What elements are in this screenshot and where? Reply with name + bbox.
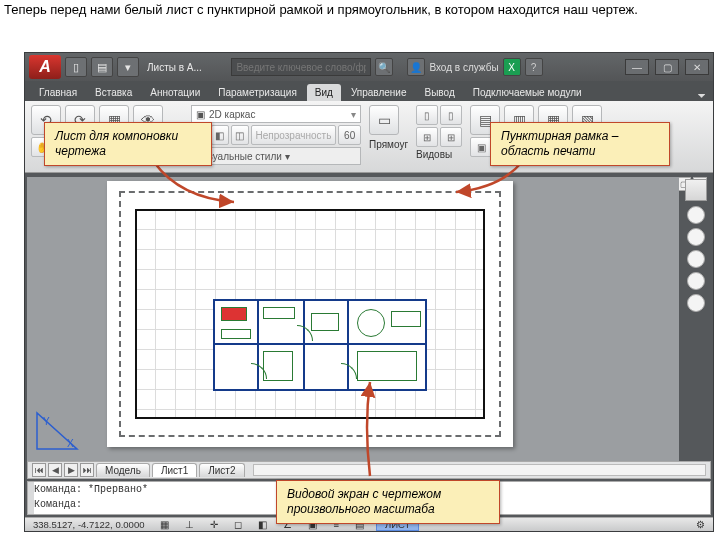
floor-plan: [213, 299, 427, 391]
vp-3-icon[interactable]: ⊞: [416, 127, 438, 147]
cube-icon: ▣: [196, 109, 205, 120]
tab-output[interactable]: Вывод: [417, 84, 463, 101]
opacity-value[interactable]: 60: [338, 125, 361, 145]
tab-last-icon[interactable]: ⏭: [80, 463, 94, 477]
vp-4-icon[interactable]: ⊞: [440, 127, 462, 147]
nav-zoom-icon[interactable]: [687, 250, 705, 268]
nav-wheel-icon[interactable]: [687, 206, 705, 224]
login-label[interactable]: Вход в службы: [429, 62, 498, 73]
chevron-down-icon: ▾: [351, 109, 356, 120]
window-title: Листы в А...: [147, 62, 219, 73]
help-icon[interactable]: ?: [525, 58, 543, 76]
snap-osnap-icon[interactable]: ◻: [230, 519, 246, 530]
qat-new-icon[interactable]: ▯: [65, 57, 87, 77]
app-logo[interactable]: A: [29, 55, 61, 79]
svg-text:Y: Y: [43, 416, 50, 427]
callout-frame: Пунктирная рамка – область печати: [490, 122, 670, 166]
visual-style-dropdown[interactable]: ▣ 2D каркас ▾: [191, 105, 361, 123]
snap-ortho-icon[interactable]: ⊥: [181, 519, 198, 530]
tab-view[interactable]: Вид: [307, 84, 341, 101]
h-scrollbar[interactable]: [253, 464, 707, 476]
close-button[interactable]: ✕: [685, 59, 709, 75]
snap-polar-icon[interactable]: ✛: [206, 519, 222, 530]
tab-parametric[interactable]: Параметризация: [210, 84, 305, 101]
navigation-bar: [683, 177, 709, 461]
tab-manage[interactable]: Управление: [343, 84, 415, 101]
view-cube[interactable]: [685, 179, 707, 201]
ribbon-tabs: Главная Вставка Аннотации Параметризация…: [25, 81, 713, 101]
nav-pan-icon[interactable]: [687, 228, 705, 246]
nav-orbit-icon[interactable]: [687, 272, 705, 290]
viewport-rect-label: Прямоуг: [369, 139, 408, 150]
callout-sheet: Лист для компоновки чертежа: [44, 122, 212, 166]
coord-readout: 338.5127, -4.7122, 0.0000: [29, 519, 148, 530]
nav-showmotion-icon[interactable]: [687, 294, 705, 312]
vs-shade-icon[interactable]: ◧: [211, 125, 229, 145]
ribbon-collapse-icon[interactable]: ⏷: [697, 90, 707, 101]
minimize-button[interactable]: —: [625, 59, 649, 75]
tab-annotate[interactable]: Аннотации: [142, 84, 208, 101]
search-icon[interactable]: 🔍: [375, 58, 393, 76]
svg-text:X: X: [67, 438, 74, 449]
visual-style-value: 2D каркас: [209, 109, 255, 120]
qat-more-icon[interactable]: ▾: [117, 57, 139, 77]
tab-next-icon[interactable]: ▶: [64, 463, 78, 477]
opacity-field[interactable]: Непрозрачность: [251, 125, 337, 145]
vp-1-icon[interactable]: ▯: [416, 105, 438, 125]
layout-tab-model[interactable]: Модель: [96, 463, 150, 477]
exchange-icon[interactable]: X: [503, 58, 521, 76]
layout-tab-1[interactable]: Лист1: [152, 463, 197, 477]
viewport-rect-icon[interactable]: ▭: [369, 105, 399, 135]
tab-home[interactable]: Главная: [31, 84, 85, 101]
callout-viewport: Видовой экран с чертежом произвольного м…: [276, 480, 500, 524]
ucs-icon: Y X: [33, 407, 89, 453]
viewport-rect[interactable]: [135, 209, 485, 419]
qat-open-icon[interactable]: ▤: [91, 57, 113, 77]
search-input[interactable]: [231, 58, 371, 76]
layout-tab-2[interactable]: Лист2: [199, 463, 244, 477]
cmd-grip[interactable]: [28, 482, 34, 514]
snap-3dosnap-icon[interactable]: ◧: [254, 519, 271, 530]
user-icon[interactable]: 👤: [407, 58, 425, 76]
tab-insert[interactable]: Вставка: [87, 84, 140, 101]
titlebar: A ▯ ▤ ▾ Листы в А... ▾ 🔍 👤 Вход в службы…: [25, 53, 713, 81]
arrow-viewport: [350, 376, 390, 480]
tab-prev-icon[interactable]: ◀: [48, 463, 62, 477]
caption-text: Теперь перед нами белый лист с пунктирно…: [0, 0, 720, 21]
tab-plugins[interactable]: Подключаемые модули: [465, 84, 590, 101]
vs-xray-icon[interactable]: ◫: [231, 125, 249, 145]
snap-grid-icon[interactable]: ▦: [156, 519, 173, 530]
maximize-button[interactable]: ▢: [655, 59, 679, 75]
p5-icon[interactable]: ▣: [470, 137, 492, 157]
status-extra-icon[interactable]: ⚙: [692, 519, 709, 530]
vp-2-icon[interactable]: ▯: [440, 105, 462, 125]
layout-sheet: [107, 181, 513, 447]
tab-first-icon[interactable]: ⏮: [32, 463, 46, 477]
